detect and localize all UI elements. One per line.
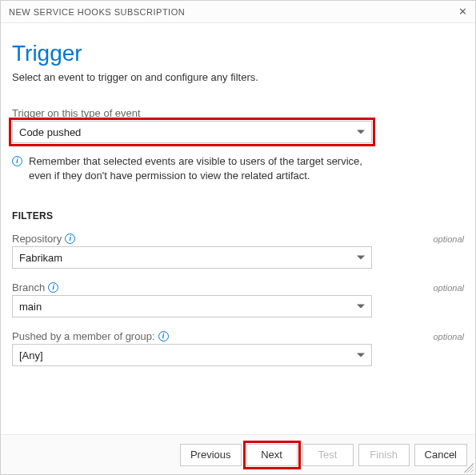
finish-button: Finish (358, 444, 410, 466)
page-title: Trigger (12, 41, 464, 66)
event-note-row: i Remember that selected events are visi… (12, 154, 372, 183)
event-field: Trigger on this type of event Code pushe… (12, 107, 464, 183)
info-icon[interactable]: i (158, 331, 169, 341)
info-icon[interactable]: i (65, 234, 75, 244)
chevron-down-icon (357, 256, 365, 260)
repository-select[interactable]: Fabrikam (12, 246, 372, 269)
event-select-value: Code pushed (19, 126, 81, 138)
chevron-down-icon (357, 353, 365, 357)
group-field: Pushed by a member of group: i optional … (12, 330, 464, 366)
dialog-title: NEW SERVICE HOOKS SUBSCRIPTION (9, 7, 185, 17)
cancel-button[interactable]: Cancel (414, 444, 467, 466)
group-select-value: [Any] (19, 349, 43, 361)
footer: Previous Next Test Finish Cancel (1, 434, 475, 474)
repository-label-text: Repository (12, 233, 62, 245)
next-button[interactable]: Next (246, 444, 298, 466)
titlebar: NEW SERVICE HOOKS SUBSCRIPTION ✕ (1, 1, 475, 23)
content: Trigger Select an event to trigger on an… (1, 23, 475, 387)
branch-select[interactable]: main (12, 295, 372, 317)
repository-label: Repository i optional (12, 233, 464, 245)
optional-label: optional (433, 332, 464, 341)
close-icon[interactable]: ✕ (458, 6, 468, 18)
group-label-text: Pushed by a member of group: (12, 330, 155, 342)
dialog: NEW SERVICE HOOKS SUBSCRIPTION ✕ Trigger… (0, 0, 476, 475)
filters-heading: FILTERS (12, 210, 464, 222)
info-icon: i (12, 156, 22, 166)
repository-field: Repository i optional Fabrikam (12, 233, 464, 269)
branch-select-value: main (19, 301, 42, 313)
branch-field: Branch i optional main (12, 281, 464, 317)
previous-button[interactable]: Previous (180, 444, 242, 466)
resize-grip[interactable] (464, 463, 474, 473)
event-select[interactable]: Code pushed (12, 121, 372, 143)
optional-label: optional (433, 234, 464, 244)
chevron-down-icon (357, 305, 365, 309)
branch-label: Branch i optional (12, 281, 464, 293)
page-subtitle: Select an event to trigger on and config… (12, 71, 464, 83)
event-note: Remember that selected events are visibl… (29, 154, 372, 183)
group-label: Pushed by a member of group: i optional (12, 330, 464, 342)
test-button: Test (302, 444, 354, 466)
branch-label-text: Branch (12, 281, 45, 293)
chevron-down-icon (357, 130, 365, 134)
optional-label: optional (433, 283, 464, 293)
repository-select-value: Fabrikam (19, 252, 62, 264)
info-icon[interactable]: i (48, 282, 58, 293)
event-label: Trigger on this type of event (12, 107, 464, 119)
group-select[interactable]: [Any] (12, 344, 372, 366)
